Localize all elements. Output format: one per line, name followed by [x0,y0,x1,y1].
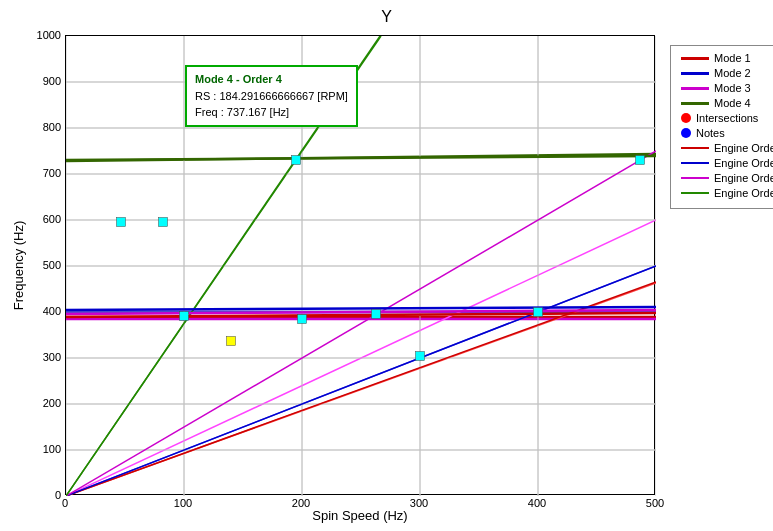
legend-mode1-line [681,57,709,60]
chart-container: Y Frequency (Hz) Spin Speed (Hz) 0 100 2… [0,0,773,531]
tooltip-line1: Mode 4 - Order 4 [195,71,348,88]
legend-intersections: Intersections [681,112,773,124]
y-axis-label: Frequency (Hz) [12,35,26,495]
tooltip-line3: Freq : 737.167 [Hz] [195,104,348,121]
legend-notes-label: Notes [696,127,725,139]
svg-rect-37 [227,337,236,346]
legend-mode4-line [681,102,709,105]
svg-rect-31 [534,308,543,317]
legend-mode2: Mode 2 [681,67,773,79]
legend-mode3: Mode 3 [681,82,773,94]
svg-rect-36 [416,352,425,361]
legend-intersections-label: Intersections [696,112,758,124]
svg-rect-32 [292,156,301,165]
legend-mode2-label: Mode 2 [714,67,751,79]
chart-svg-main [66,36,656,496]
legend-eo4x-line [681,192,709,194]
legend-eo1x: Engine Order - 1X [681,142,773,154]
legend-mode1-label: Mode 1 [714,52,751,64]
chart-tooltip: Mode 4 - Order 4 RS : 184.291666666667 [… [185,65,358,127]
legend-mode4-label: Mode 4 [714,97,751,109]
legend-eo3x-line [681,177,709,179]
legend-notes: Notes [681,127,773,139]
tooltip-line2: RS : 184.291666666667 [RPM] [195,88,348,105]
legend-mode4: Mode 4 [681,97,773,109]
legend-eo4x: Engine Order - 4X [681,187,773,199]
svg-rect-33 [636,156,645,165]
legend-eo4x-label: Engine Order - 4X [714,187,773,199]
legend-notes-dot [681,128,691,138]
legend-eo3x-label: Engine Order - 3X [714,172,773,184]
chart-title: Y [0,0,773,26]
legend-eo1x-label: Engine Order - 1X [714,142,773,154]
legend-eo2x-line [681,162,709,164]
eo2x-svg [66,266,656,496]
chart-plot-area [65,35,655,495]
legend-mode1: Mode 1 [681,52,773,64]
legend-mode2-line [681,72,709,75]
svg-rect-29 [159,218,168,227]
legend-intersections-dot [681,113,691,123]
legend-eo2x-label: Engine Order - 2X [714,157,773,169]
legend-eo2x: Engine Order - 2X [681,157,773,169]
svg-rect-35 [298,315,307,324]
mode4-svg [66,156,656,160]
x-axis-label: Spin Speed (Hz) [65,508,655,523]
y-axis-ticks: 0 100 200 300 400 500 600 700 800 900 10… [38,35,65,495]
eo3x-svg [66,151,656,496]
legend-mode3-line [681,87,709,90]
legend-eo3x: Engine Order - 3X [681,172,773,184]
chart-legend: Mode 1 Mode 2 Mode 3 Mode 4 Intersection… [670,45,773,209]
legend-eo1x-line [681,147,709,149]
svg-rect-30 [372,310,381,319]
svg-rect-34 [180,312,189,321]
svg-rect-28 [117,218,126,227]
legend-mode3-label: Mode 3 [714,82,751,94]
